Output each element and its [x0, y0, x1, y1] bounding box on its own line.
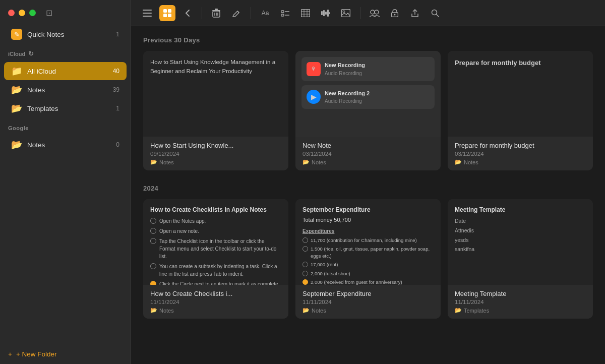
- note-folder-2: 📂 Notes: [302, 159, 434, 165]
- sidebar-item-label: Templates: [27, 105, 111, 112]
- note-info-6: Meeting Template 11/11/2024 📂 Templates: [448, 285, 593, 319]
- note-card-meeting[interactable]: Meeting Template Date Attnedis yesds san…: [448, 199, 593, 319]
- note-date-5: 11/11/2024: [302, 299, 434, 305]
- exp-dot-checked: [302, 279, 308, 285]
- checklist-preview-title: How to Create Checklists in Apple Notes: [150, 205, 281, 214]
- sync-icon: ↻: [28, 50, 34, 57]
- minimize-button[interactable]: [19, 10, 25, 16]
- sidebar-item-icloud-templates[interactable]: 📂 Templates 1: [4, 99, 127, 117]
- note-preview-expenditure: September Expenditure Total money 50,700…: [295, 199, 441, 285]
- svg-rect-16: [281, 14, 284, 16]
- search-button[interactable]: [427, 5, 443, 21]
- grid-view-button[interactable]: [159, 5, 175, 21]
- svg-line-13: [237, 11, 239, 13]
- svg-point-30: [371, 10, 375, 14]
- meeting-field-2: Attnedis: [455, 227, 586, 235]
- svg-rect-1: [143, 13, 152, 14]
- svg-rect-6: [168, 14, 171, 17]
- note-preview: How to Start Using Knowledge Management …: [143, 51, 288, 137]
- note-info: How to Start Using Knowle... 09/12/2024 …: [143, 137, 288, 170]
- collab-button[interactable]: [367, 5, 383, 21]
- sidebar-item-count: 40: [113, 68, 119, 75]
- note-preview-meeting: Meeting Template Date Attnedis yesds san…: [448, 199, 593, 285]
- audio-title-2: New Recording 2: [325, 89, 430, 98]
- note-date-2: 03/12/2024: [302, 151, 434, 157]
- svg-rect-23: [321, 11, 323, 15]
- close-button[interactable]: [8, 10, 15, 16]
- note-info-2: New Note 03/12/2024 📂 Notes: [295, 137, 441, 170]
- note-info-4: How to Create Checklists i... 11/11/2024…: [143, 285, 288, 319]
- toolbar: Aa: [131, 0, 605, 26]
- audio-item-info: New Recording Audio Recording: [325, 61, 430, 77]
- year-2024-grid: How to Create Checklists in Apple Notes …: [143, 199, 593, 319]
- audio-item-2: ▶ New Recording 2 Audio Recording: [301, 85, 435, 109]
- svg-line-35: [437, 14, 439, 17]
- table-button[interactable]: [297, 5, 314, 21]
- note-title-3: Prepare for monthly budget: [455, 142, 586, 149]
- exp-total: Total money 50,700: [302, 216, 434, 224]
- folder-icon: 📁: [11, 66, 22, 77]
- sidebar-item-label: Notes: [27, 141, 111, 149]
- folder-icon-5: 📂: [302, 307, 310, 314]
- svg-rect-0: [143, 10, 152, 11]
- note-preview-audio: 🎙 New Recording Audio Recording ▶ New Re…: [295, 51, 441, 137]
- section-title-30days: Previous 30 Days: [143, 36, 593, 44]
- delete-button[interactable]: [208, 5, 224, 21]
- exp-item-4: 2,000 (futsal shoe): [302, 270, 434, 277]
- sidebar-item-label: All iCloud: [27, 68, 108, 75]
- google-section: 📂 Notes 0: [0, 133, 131, 156]
- note-card-checklists[interactable]: How to Create Checklists in Apple Notes …: [143, 199, 288, 319]
- note-folder-name-4: Notes: [159, 308, 174, 314]
- maximize-button[interactable]: [29, 10, 36, 16]
- note-title-5: September Expenditure: [302, 290, 434, 297]
- audio-sub: Audio Recording: [325, 70, 430, 77]
- quick-notes-icon: ✎: [11, 29, 22, 40]
- folder-icon: 📂: [11, 139, 22, 150]
- share-button[interactable]: [407, 5, 423, 21]
- exp-text: 2,000 (received from guest for anniversa…: [311, 279, 402, 285]
- new-folder-button[interactable]: + + New Folder: [0, 344, 131, 364]
- exp-title: September Expenditure: [302, 205, 434, 214]
- meeting-field-1: Date: [455, 217, 586, 225]
- note-card-budget[interactable]: Prepare for monthly budget Prepare for m…: [448, 51, 593, 170]
- back-button[interactable]: [179, 5, 196, 21]
- sidebar-item-quick-notes[interactable]: ✎ Quick Notes 1: [4, 25, 127, 43]
- audio-item-1: 🎙 New Recording Audio Recording: [301, 57, 435, 81]
- exp-dot: [302, 271, 308, 276]
- lock-button[interactable]: [387, 5, 403, 21]
- svg-rect-27: [329, 12, 330, 14]
- note-date: 09/12/2024: [150, 151, 281, 157]
- compose-button[interactable]: [228, 5, 245, 21]
- note-card-expenditure[interactable]: September Expenditure Total money 50,700…: [295, 199, 441, 319]
- svg-point-33: [394, 14, 396, 15]
- list-view-button[interactable]: [139, 5, 155, 21]
- icloud-label-text: iCloud: [8, 51, 25, 57]
- note-card-knowledge-mgmt[interactable]: How to Start Using Knowledge Management …: [143, 51, 288, 170]
- media-button[interactable]: [338, 5, 354, 21]
- checklist-button[interactable]: [277, 5, 293, 21]
- checklist-circle: [150, 238, 156, 244]
- sidebar-toggle-button[interactable]: ⊡: [46, 8, 52, 18]
- sidebar-item-all-icloud[interactable]: 📁 All iCloud 40: [4, 62, 127, 80]
- exp-text: 2,000 (futsal shoe): [311, 270, 350, 277]
- checklist-text: Tap the Checklist icon in the toolbar or…: [159, 237, 281, 260]
- note-card-new-note[interactable]: 🎙 New Recording Audio Recording ▶ New Re…: [295, 51, 441, 170]
- folder-icon-6: 📂: [455, 307, 462, 314]
- checklist-circle-checked: [150, 281, 156, 285]
- folder-icon: 📂: [150, 159, 157, 165]
- font-button[interactable]: Aa: [257, 5, 273, 21]
- exp-item-3: 17,000 (rent): [302, 261, 434, 268]
- budget-preview-title: Prepare for monthly budget: [455, 58, 540, 68]
- svg-point-29: [343, 11, 345, 13]
- sidebar-item-google-notes[interactable]: 📂 Notes 0: [4, 136, 127, 154]
- folder-icon: 📂: [11, 84, 22, 95]
- note-info-3: Prepare for monthly budget 03/12/2024 📂 …: [448, 137, 593, 170]
- audio-button[interactable]: [318, 5, 334, 21]
- sidebar-item-icloud-notes[interactable]: 📂 Notes 39: [4, 81, 127, 99]
- checklist-circle: [150, 228, 156, 234]
- sidebar-item-count: 1: [116, 105, 119, 112]
- note-preview-checklist: How to Create Checklists in Apple Notes …: [143, 199, 288, 285]
- svg-point-31: [375, 10, 379, 14]
- exp-item-2: 1,500 (rice, oil, gnut, tissue, paper na…: [302, 246, 434, 260]
- note-folder-5: 📂 Notes: [302, 307, 434, 314]
